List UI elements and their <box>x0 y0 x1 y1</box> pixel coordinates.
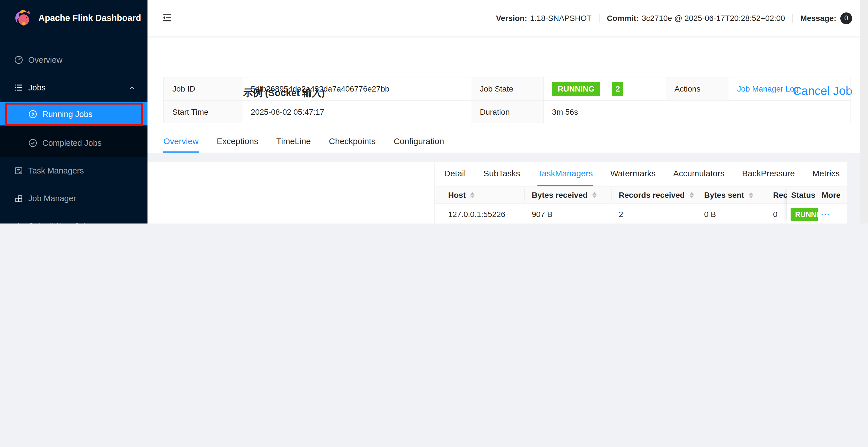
column-host[interactable]: Host <box>435 187 525 203</box>
state-count-badge: 2 <box>612 82 623 96</box>
job-state-value: RUNNING 2 <box>544 77 666 100</box>
fixed-columns: Status More RUNNING ··· <box>787 187 847 224</box>
commit-value: 3c2710e @ 2025-06-17T20:28:52+02:00 <box>642 13 785 23</box>
dashboard-icon <box>14 55 23 64</box>
sort-icon <box>592 192 597 198</box>
tab-subtasks[interactable]: SubTasks <box>484 162 520 186</box>
duration-label: Duration <box>471 101 544 123</box>
sidebar-item-overview[interactable]: Overview <box>0 49 148 71</box>
divider <box>599 14 599 22</box>
top-header: Version: 1.18-SNAPSHOT Commit: 3c2710e @… <box>148 0 860 36</box>
job-info-row: Job ID 5dfb268954de2a432da7a406776e27bb … <box>164 77 850 100</box>
flink-squirrel-icon <box>12 8 33 28</box>
tab-configuration[interactable]: Configuration <box>394 131 444 153</box>
chevron-up-icon <box>129 85 135 91</box>
check-circle-icon <box>28 138 37 148</box>
start-time-value: 2025-08-02 05:47:17 <box>242 101 472 123</box>
sidebar-item-completed-jobs[interactable]: Completed Jobs <box>0 132 148 154</box>
sort-icon <box>749 192 753 198</box>
job-state-label: Job State <box>471 77 544 100</box>
cell-bytes-received: 907 B <box>532 204 552 224</box>
start-time-label: Start Time <box>164 101 242 123</box>
tab-checkpoints[interactable]: Checkpoints <box>329 131 375 153</box>
tab-overview[interactable]: Overview <box>163 131 198 153</box>
commit-label: Commit: <box>607 13 639 23</box>
sidebar-item-label: Overview <box>28 55 62 64</box>
logo: Apache Flink Dashboard <box>0 0 148 36</box>
list-icon <box>14 83 23 92</box>
row-more-button[interactable]: ··· <box>821 204 830 224</box>
sidebar-item-submit-new-job[interactable]: Submit New Job <box>0 215 148 224</box>
actions-value: Job Manager Log <box>729 77 850 100</box>
cell-bytes-sent: 0 B <box>704 204 716 224</box>
page-scrollbar[interactable] <box>860 0 868 224</box>
job-tabs: Overview Exceptions TimeLine Checkpoints… <box>163 131 851 153</box>
tab-exceptions[interactable]: Exceptions <box>217 131 258 153</box>
job-id-value: 5dfb268954de2a432da7a406776e27bb <box>242 77 472 100</box>
menu-fold-icon[interactable] <box>162 13 172 23</box>
fixed-columns-header: Status More <box>787 187 847 204</box>
tab-timeline[interactable]: TimeLine <box>276 131 311 153</box>
job-info-row: Start Time 2025-08-02 05:47:17 Duration … <box>164 100 850 123</box>
version-label: Version: <box>496 13 527 23</box>
divider <box>792 14 793 22</box>
sort-icon <box>689 192 694 198</box>
sort-icon <box>470 192 475 198</box>
overview-panels: HASH 单词聚合器(Aggregator) -> Sin k: 日志打印(Si… <box>148 162 847 224</box>
sidebar-item-label: Completed Jobs <box>42 138 102 148</box>
column-records-sent-clipped[interactable]: Reco <box>766 187 787 203</box>
cell-records-sent: 0 <box>773 204 778 224</box>
build-info: Version: 1.18-SNAPSHOT Commit: 3c2710e @… <box>496 0 852 36</box>
job-id-label: Job ID <box>164 77 242 100</box>
tab-accumulators[interactable]: Accumulators <box>673 162 724 186</box>
annotation-highlight-box <box>5 103 143 126</box>
sidebar-item-task-managers[interactable]: Task Managers <box>0 159 148 182</box>
divider <box>606 82 607 96</box>
status-badge: RUNNING <box>790 208 818 221</box>
table-header: Host Bytes received Records received Byt… <box>435 187 847 204</box>
sidebar-item-label: Task Managers <box>28 166 84 175</box>
sidebar-item-label: Jobs <box>28 83 45 92</box>
fixed-columns-row: RUNNING ··· <box>787 204 847 224</box>
sidebar-item-label: Job Manager <box>28 194 76 203</box>
sidebar: Apache Flink Dashboard Overview Jobs Run… <box>0 0 148 224</box>
version-value: 1.18-SNAPSHOT <box>530 13 592 23</box>
more-tabs-button[interactable]: ··· <box>826 165 843 182</box>
column-more: More <box>822 187 841 203</box>
column-bytes-sent[interactable]: Bytes sent <box>698 187 766 203</box>
tab-watermarks[interactable]: Watermarks <box>610 162 656 186</box>
tab-detail[interactable]: Detail <box>444 162 466 186</box>
cell-status: RUNNING <box>787 204 818 224</box>
status-badge: RUNNING <box>552 82 600 96</box>
sidebar-item-jobs[interactable]: Jobs <box>0 76 148 99</box>
tab-taskmanagers[interactable]: TaskManagers <box>538 162 593 186</box>
job-manager-icon <box>14 194 23 203</box>
tab-backpressure[interactable]: BackPressure <box>742 162 795 186</box>
actions-label: Actions <box>666 77 729 100</box>
column-records-received[interactable]: Records received <box>612 187 698 203</box>
sidebar-item-job-manager[interactable]: Job Manager <box>0 187 148 210</box>
duration-value: 3m 56s <box>544 101 850 123</box>
flink-dashboard-page: Apache Flink Dashboard Overview Jobs Run… <box>0 0 868 224</box>
job-manager-log-link[interactable]: Job Manager Log <box>737 84 799 93</box>
cell-records-received: 2 <box>619 204 623 224</box>
message-count-badge[interactable]: 0 <box>840 12 852 24</box>
app-title: Apache Flink Dashboard <box>38 13 141 23</box>
detail-panel: Detail SubTasks TaskManagers Watermarks … <box>435 162 847 224</box>
column-status: Status <box>791 187 815 203</box>
table-row: 127.0.0.1:55226 907 B 2 0 B 0 <box>435 204 847 224</box>
job-info-table: Job ID 5dfb268954de2a432da7a406776e27bb … <box>163 77 851 123</box>
sidebar-item-label: Submit New Job <box>28 222 88 224</box>
detail-panel-tabs: Detail SubTasks TaskManagers Watermarks … <box>435 162 847 187</box>
task-managers-icon <box>14 166 23 175</box>
upload-icon <box>14 222 23 224</box>
cell-host: 127.0.0.1:55226 <box>448 204 505 224</box>
message-label: Message: <box>800 13 836 23</box>
job-detail-card: Flink WordCount 示例 (Socket 输入) Cancel Jo… <box>148 36 860 153</box>
column-bytes-received[interactable]: Bytes received <box>525 187 612 203</box>
